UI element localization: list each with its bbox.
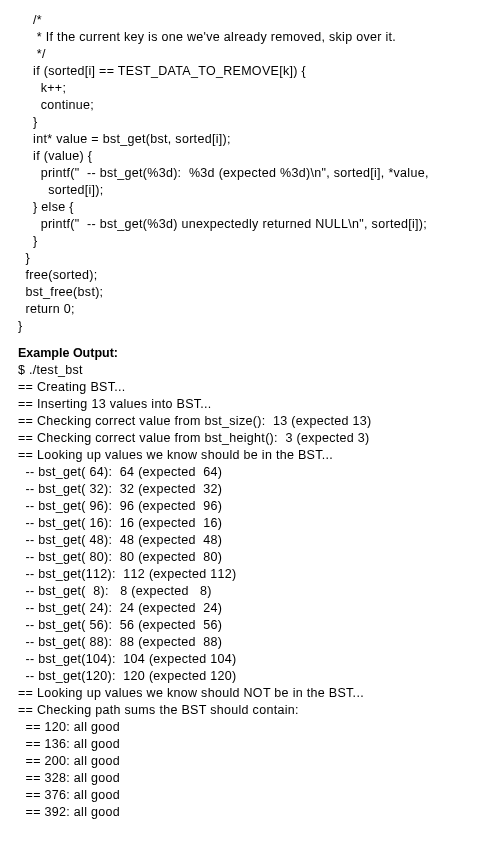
code-line: }: [18, 114, 502, 131]
example-output-heading: Example Output:: [18, 345, 502, 362]
output-line: $ ./test_bst: [18, 362, 502, 379]
output-line: -- bst_get(120): 120 (expected 120): [18, 668, 502, 685]
output-line: == 392: all good: [18, 804, 502, 821]
code-line: return 0;: [18, 301, 502, 318]
output-line: -- bst_get( 80): 80 (expected 80): [18, 549, 502, 566]
output-line: -- bst_get( 96): 96 (expected 96): [18, 498, 502, 515]
code-line: bst_free(bst);: [18, 284, 502, 301]
code-line: }: [18, 233, 502, 250]
output-line: == Checking path sums the BST should con…: [18, 702, 502, 719]
code-line: printf(" -- bst_get(%3d): %3d (expected …: [18, 165, 502, 182]
output-line: -- bst_get( 8): 8 (expected 8): [18, 583, 502, 600]
code-line: if (sorted[i] == TEST_DATA_TO_REMOVE[k])…: [18, 63, 502, 80]
code-line: continue;: [18, 97, 502, 114]
code-line: printf(" -- bst_get(%3d) unexpectedly re…: [18, 216, 502, 233]
output-line: -- bst_get( 24): 24 (expected 24): [18, 600, 502, 617]
output-line: == Creating BST...: [18, 379, 502, 396]
output-line: -- bst_get( 32): 32 (expected 32): [18, 481, 502, 498]
example-output: $ ./test_bst== Creating BST...== Inserti…: [18, 362, 502, 821]
output-line: -- bst_get(112): 112 (expected 112): [18, 566, 502, 583]
code-line: }: [18, 318, 502, 335]
output-line: -- bst_get( 48): 48 (expected 48): [18, 532, 502, 549]
code-line: free(sorted);: [18, 267, 502, 284]
output-line: == Checking correct value from bst_heigh…: [18, 430, 502, 447]
code-line: /*: [18, 12, 502, 29]
output-line: == Inserting 13 values into BST...: [18, 396, 502, 413]
code-snippet: /* * If the current key is one we've alr…: [18, 12, 502, 335]
code-line: k++;: [18, 80, 502, 97]
output-line: -- bst_get( 16): 16 (expected 16): [18, 515, 502, 532]
code-line: sorted[i]);: [18, 182, 502, 199]
output-line: == Looking up values we know should be i…: [18, 447, 502, 464]
output-line: -- bst_get( 88): 88 (expected 88): [18, 634, 502, 651]
output-line: == 120: all good: [18, 719, 502, 736]
code-line: } else {: [18, 199, 502, 216]
output-line: -- bst_get( 56): 56 (expected 56): [18, 617, 502, 634]
output-line: == 136: all good: [18, 736, 502, 753]
output-line: == 200: all good: [18, 753, 502, 770]
output-line: == Looking up values we know should NOT …: [18, 685, 502, 702]
output-line: -- bst_get(104): 104 (expected 104): [18, 651, 502, 668]
output-line: -- bst_get( 64): 64 (expected 64): [18, 464, 502, 481]
output-line: == 328: all good: [18, 770, 502, 787]
code-line: */: [18, 46, 502, 63]
code-line: if (value) {: [18, 148, 502, 165]
output-line: == Checking correct value from bst_size(…: [18, 413, 502, 430]
output-line: == 376: all good: [18, 787, 502, 804]
code-line: * If the current key is one we've alread…: [18, 29, 502, 46]
code-line: }: [18, 250, 502, 267]
code-line: int* value = bst_get(bst, sorted[i]);: [18, 131, 502, 148]
